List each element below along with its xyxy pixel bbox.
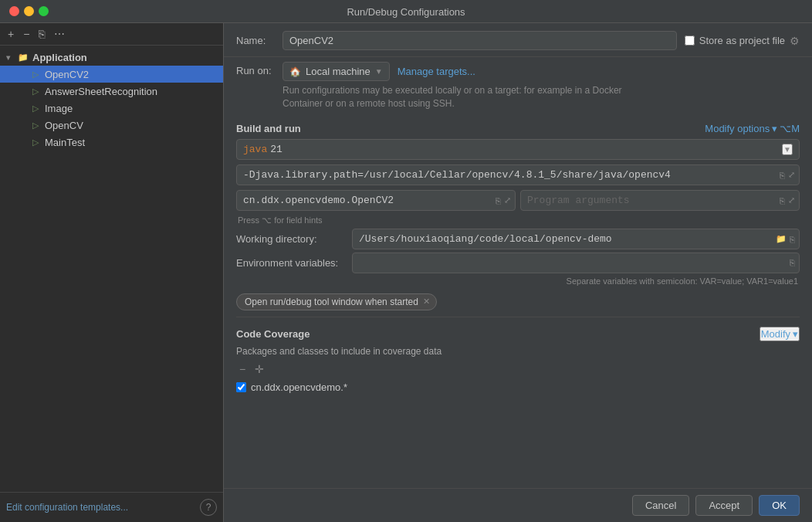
coverage-item-label: cn.ddx.opencvdemo.* (251, 381, 347, 393)
add-config-button[interactable]: + (5, 26, 17, 42)
modify-options-shortcut: ⌥M (780, 123, 800, 134)
traffic-lights (9, 6, 49, 16)
field-icons: ⎘ ⤢ (496, 195, 511, 205)
accept-button[interactable]: Accept (695, 495, 753, 516)
coverage-modify-label: Modify (761, 328, 790, 340)
coverage-remove-button[interactable]: − (236, 361, 249, 377)
modify-options-label: Modify options (705, 123, 770, 134)
maximize-button[interactable] (39, 6, 49, 16)
java-keyword: java (243, 144, 267, 155)
config-body: Build and run Modify options ▾ ⌥M java 2… (224, 115, 812, 488)
run-on-row: Run on: 🏠 Local machine ▼ Manage targets… (224, 57, 812, 115)
chip-container: Open run/debug tool window when started … (236, 289, 800, 310)
cancel-button[interactable]: Cancel (632, 495, 689, 516)
sidebar-item-application[interactable]: ▾ 📁 Application (0, 49, 223, 66)
env-vars-field: ⎘ (352, 253, 800, 273)
vm-options-input[interactable] (236, 164, 800, 185)
java-version: 21 (270, 144, 283, 155)
field-hint: Press ⌥ for field hints (236, 215, 800, 225)
field-icons: ⎘ ⤢ (780, 170, 795, 180)
copy-field-button[interactable]: ⎘ (790, 234, 795, 243)
copy-field-button[interactable]: ⎘ (790, 258, 795, 267)
sidebar-item-label: AnswerSheetRecognition (45, 86, 157, 97)
working-dir-label: Working directory: (236, 233, 344, 245)
expand-field-button[interactable]: ⤢ (788, 170, 795, 180)
run-icon: ▷ (29, 68, 42, 80)
dialog-title: Run/Debug Configurations (347, 6, 465, 18)
coverage-subtitle: Packages and classes to include in cover… (236, 346, 800, 357)
working-dir-field: 📁 ⎘ (352, 229, 800, 249)
working-dir-input[interactable] (352, 229, 800, 249)
config-header: Name: Store as project file ⚙ (224, 23, 812, 57)
coverage-toolbar: − ✛ (236, 361, 800, 377)
coverage-item-checkbox[interactable] (236, 382, 246, 392)
browse-folder-button[interactable]: 📁 (776, 234, 787, 244)
program-args-col: ⎘ ⤢ (520, 190, 800, 211)
copy-field-button[interactable]: ⎘ (780, 170, 785, 179)
run-icon: ▷ (29, 136, 42, 148)
gear-icon[interactable]: ⚙ (790, 35, 800, 47)
copy-config-button[interactable]: ⎘ (36, 26, 48, 42)
program-args-input[interactable] (520, 190, 800, 211)
main-class-row: ⎘ ⤢ ⎘ ⤢ (236, 190, 800, 211)
expand-field-button[interactable]: ⤢ (788, 195, 795, 205)
bottom-bar: Cancel Accept OK (224, 488, 812, 522)
run-on-select-row: 🏠 Local machine ▼ Manage targets... (283, 62, 653, 81)
run-debug-dialog: Run/Debug Configurations + − ⎘ ⋯ ▾ 📁 App… (0, 0, 812, 522)
run-icon: ▷ (29, 102, 42, 114)
field-icons: 📁 ⎘ (776, 234, 795, 244)
sidebar-tree: ▾ 📁 Application ▷ OpenCV2 ▷ AnswerSheetR… (0, 46, 223, 492)
sidebar-item-opencv2[interactable]: ▷ OpenCV2 (0, 66, 223, 83)
expand-field-button[interactable]: ⤢ (504, 195, 511, 205)
tool-window-chip: Open run/debug tool window when started … (236, 293, 437, 310)
java-version-row: java 21 ▼ (236, 139, 800, 160)
copy-field-button[interactable]: ⎘ (496, 195, 501, 205)
coverage-item: cn.ddx.opencvdemo.* (236, 380, 800, 395)
sidebar-item-label: OpenCV2 (45, 69, 89, 80)
coverage-add-button[interactable]: ✛ (252, 361, 267, 377)
main-class-input[interactable] (236, 190, 516, 211)
chip-close-button[interactable]: ✕ (423, 297, 430, 307)
sidebar-item-answersheet[interactable]: ▷ AnswerSheetRecognition (0, 83, 223, 100)
coverage-modify-button[interactable]: Modify ▾ (760, 327, 800, 341)
run-on-hint: Run configurations may be executed local… (283, 84, 653, 110)
run-on-controls: 🏠 Local machine ▼ Manage targets... Run … (283, 62, 653, 110)
working-dir-row: Working directory: 📁 ⎘ (236, 229, 800, 249)
edit-templates-link[interactable]: Edit configuration templates... (6, 502, 128, 513)
name-label: Name: (236, 35, 275, 46)
name-input[interactable] (283, 31, 677, 50)
env-hint: Separate variables with semicolon: VAR=v… (236, 276, 800, 286)
sidebar-item-label: Image (45, 103, 73, 114)
run-on-select[interactable]: 🏠 Local machine ▼ (283, 62, 390, 81)
copy-field-button[interactable]: ⎘ (780, 195, 785, 205)
help-button[interactable]: ? (200, 499, 217, 516)
store-project-checkbox[interactable] (685, 36, 695, 46)
env-vars-input[interactable] (352, 253, 800, 273)
java-dropdown-button[interactable]: ▼ (782, 144, 793, 155)
remove-config-button[interactable]: − (20, 26, 32, 42)
sidebar: + − ⎘ ⋯ ▾ 📁 Application ▷ OpenCV2 (0, 23, 224, 522)
chevron-down-icon: ▾ (772, 123, 777, 134)
env-vars-row: Environment variables: ⎘ (236, 253, 800, 273)
right-panel: Name: Store as project file ⚙ Run on: 🏠 … (224, 23, 812, 522)
chip-label: Open run/debug tool window when started (245, 297, 418, 307)
run-icon: ▷ (29, 85, 42, 97)
sidebar-footer: Edit configuration templates... ? (0, 492, 223, 522)
field-icons: ⎘ (790, 258, 795, 267)
minimize-button[interactable] (24, 6, 34, 16)
sidebar-item-opencv[interactable]: ▷ OpenCV (0, 117, 223, 134)
sidebar-item-maintest[interactable]: ▷ MainTest (0, 134, 223, 151)
sidebar-item-image[interactable]: ▷ Image (0, 100, 223, 117)
env-vars-label: Environment variables: (236, 257, 344, 269)
sidebar-item-label: MainTest (45, 137, 85, 148)
run-on-label: Run on: (236, 62, 275, 76)
close-button[interactable] (9, 6, 19, 16)
sidebar-group-label: Application (32, 52, 87, 63)
title-bar: Run/Debug Configurations (0, 0, 812, 23)
local-machine-label: Local machine (306, 66, 370, 77)
manage-targets-link[interactable]: Manage targets... (398, 66, 475, 77)
modify-options-button[interactable]: Modify options ▾ ⌥M (705, 123, 800, 134)
dropdown-arrow-icon: ▼ (375, 67, 383, 76)
more-options-button[interactable]: ⋯ (51, 26, 68, 42)
ok-button[interactable]: OK (759, 495, 800, 516)
